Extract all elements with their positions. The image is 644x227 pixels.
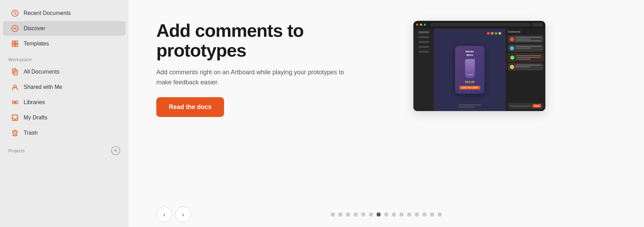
color-swatches: [487, 32, 501, 35]
projects-section-header: Projects +: [0, 141, 129, 157]
dot-12[interactable]: [415, 212, 419, 217]
projects-label: Projects: [8, 148, 25, 153]
dot-15[interactable]: [438, 212, 442, 217]
sidebar-item-label: My Drafts: [24, 115, 47, 121]
traffic-dot-green: [424, 24, 426, 26]
sidebar-item-trash[interactable]: Trash: [3, 126, 126, 140]
svg-rect-6: [12, 44, 15, 47]
sidebar-item-recent-documents[interactable]: Recent Documents: [3, 6, 126, 20]
nav-arrows: ‹ ›: [156, 207, 194, 222]
dot-8[interactable]: [384, 212, 388, 217]
sidebar-item-discover[interactable]: Discover: [3, 21, 126, 36]
dot-6[interactable]: [369, 212, 373, 217]
add-to-cart-mini: ADD TO CART: [459, 86, 480, 90]
dot-2[interactable]: [338, 212, 342, 217]
sidebar-item-label: Trash: [24, 130, 38, 136]
dot-3[interactable]: [346, 212, 350, 217]
comment-3: [508, 53, 543, 61]
sidebar-item-my-drafts[interactable]: My Drafts: [3, 110, 126, 125]
dot-13[interactable]: [422, 212, 427, 217]
sidebar-item-shared-with-me[interactable]: Shared with Me: [3, 80, 126, 94]
bottom-nav: ‹ ›: [156, 212, 616, 217]
product-card: WinterBliss $24.99 ADD TO CART: [455, 46, 485, 93]
sidebar-item-templates[interactable]: Templates: [3, 36, 126, 51]
next-slide-button[interactable]: ›: [175, 207, 191, 222]
comment-4: [508, 63, 543, 70]
sidebar-item-label: Discover: [24, 25, 45, 32]
address-bar: [430, 23, 530, 26]
sidebar-item-label: All Documents: [24, 69, 59, 75]
dot-11[interactable]: [407, 212, 411, 217]
read-docs-button[interactable]: Read the docs: [156, 97, 224, 117]
dot-1[interactable]: [331, 212, 335, 217]
content-left: Add comments to prototypes Add comments …: [156, 21, 393, 117]
file-icon: [11, 68, 19, 76]
traffic-dot-yellow: [420, 24, 422, 26]
preview-image: WinterBliss $24.99 ADD TO CART: [413, 21, 545, 111]
prev-slide-button[interactable]: ‹: [156, 207, 172, 222]
sidebar-item-label: Recent Documents: [24, 10, 71, 16]
dot-7[interactable]: [377, 212, 381, 217]
bottom-desc: [459, 104, 481, 108]
app-content: WinterBliss $24.99 ADD TO CART: [413, 28, 545, 111]
main-content: Add comments to prototypes Add comments …: [129, 0, 644, 227]
dot-14[interactable]: [430, 212, 434, 217]
content-area: Add comments to prototypes Add comments …: [156, 21, 616, 205]
sidebar-item-label: Libraries: [24, 99, 45, 106]
app-artboard: WinterBliss $24.99 ADD TO CART: [434, 28, 505, 111]
svg-rect-7: [15, 44, 18, 47]
traffic-dot-red: [416, 24, 418, 26]
main-description: Add comments right on an Artboard while …: [156, 67, 358, 87]
person-circle-icon: [11, 83, 19, 91]
svg-rect-4: [12, 41, 15, 43]
comment-2: [508, 44, 543, 52]
dot-10[interactable]: [399, 212, 404, 217]
compass-icon: [11, 25, 19, 32]
sidebar: Recent Documents Discover Templates Work…: [0, 0, 129, 227]
slide-dots: [331, 212, 442, 217]
sidebar-item-all-documents[interactable]: All Documents: [3, 65, 126, 79]
zoom-control: [532, 23, 543, 26]
add-project-button[interactable]: +: [111, 146, 120, 155]
dot-4[interactable]: [354, 212, 358, 217]
dot-5[interactable]: [361, 212, 365, 217]
sidebar-item-label: Templates: [24, 41, 49, 47]
inbox-icon: [11, 114, 19, 121]
clock-icon: [11, 9, 19, 17]
sidebar-item-label: Shared with Me: [24, 84, 62, 90]
link-icon: [11, 99, 19, 106]
dot-9[interactable]: [392, 212, 396, 217]
workspace-label: Workspace: [0, 51, 129, 64]
send-box: Send: [508, 103, 543, 109]
svg-rect-5: [15, 41, 18, 43]
product-bottle: [465, 59, 475, 78]
trash-icon: [11, 129, 19, 137]
comment-1: [508, 35, 543, 43]
main-title: Add comments to prototypes: [156, 21, 393, 60]
app-comments-panel: Comments: [505, 28, 545, 111]
app-left-panel: [413, 28, 434, 111]
product-price: $24.99: [465, 80, 475, 84]
sidebar-item-libraries[interactable]: Libraries: [3, 95, 126, 110]
grid-icon: [11, 40, 19, 48]
product-label: WinterBliss: [465, 50, 474, 57]
